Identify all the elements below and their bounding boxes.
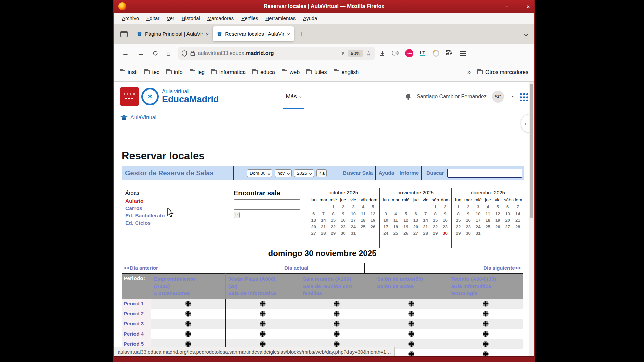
- calendar-day[interactable]: 14: [421, 217, 431, 224]
- booking-slot[interactable]: [448, 319, 523, 329]
- calendar-day[interactable]: 11: [358, 210, 368, 217]
- calendar-day[interactable]: 10: [348, 210, 358, 217]
- booking-slot[interactable]: [374, 309, 449, 319]
- booking-slot[interactable]: [448, 349, 523, 356]
- calendar-day[interactable]: 10: [381, 217, 391, 224]
- menu-editar[interactable]: Editar: [143, 14, 162, 22]
- calendar-day[interactable]: 28: [513, 224, 523, 230]
- booking-slot[interactable]: [448, 299, 523, 309]
- next-day-link[interactable]: Día siguiente>>: [364, 263, 523, 273]
- calendar-day[interactable]: 5: [368, 204, 378, 210]
- calendar-day[interactable]: 16: [440, 217, 450, 224]
- calendar-day[interactable]: 3: [473, 204, 483, 210]
- apps-grid-icon[interactable]: [519, 92, 528, 101]
- calendar-day[interactable]: 22: [328, 224, 338, 230]
- calendar-day[interactable]: 16: [463, 217, 473, 224]
- calendar-day[interactable]: 29: [453, 230, 463, 237]
- calendar-day[interactable]: 18: [391, 224, 401, 230]
- new-booking-plus-icon[interactable]: [259, 310, 266, 317]
- calendar-day[interactable]: 12: [493, 210, 503, 217]
- calendar-day[interactable]: 15: [328, 217, 338, 224]
- calendar-day[interactable]: 3: [381, 210, 391, 217]
- new-booking-plus-icon[interactable]: [482, 330, 489, 337]
- calendar-day[interactable]: 9: [440, 210, 450, 217]
- maximize-button[interactable]: [516, 5, 519, 8]
- search-room-link[interactable]: Buscar Sala: [340, 166, 375, 180]
- room-link[interactable]: Salón de actos(50) Salón de actos: [374, 273, 449, 299]
- menu-herramientas[interactable]: Herramientas: [262, 14, 299, 22]
- calendar-day[interactable]: 23: [338, 224, 348, 230]
- new-booking-plus-icon[interactable]: [482, 351, 489, 356]
- calendar-day[interactable]: 1: [328, 204, 338, 210]
- tab-close-icon[interactable]: ×: [206, 31, 209, 37]
- calendar-day[interactable]: 6: [309, 210, 319, 217]
- calendar-day[interactable]: 9: [463, 210, 473, 217]
- booking-slot[interactable]: [300, 329, 374, 339]
- calendar-day[interactable]: 3: [348, 204, 358, 210]
- calendar-day[interactable]: 27: [503, 224, 513, 230]
- calendar-day[interactable]: 13: [411, 217, 421, 224]
- bookmark-folder-útiles[interactable]: útiles: [306, 69, 327, 75]
- calendar-day[interactable]: 24: [348, 224, 358, 230]
- calendar-day[interactable]: 23: [440, 224, 450, 230]
- booking-slot[interactable]: [448, 339, 523, 349]
- area-item-carros[interactable]: Carros: [125, 205, 227, 212]
- calendar-day[interactable]: 29: [328, 230, 338, 237]
- shield-icon[interactable]: [182, 50, 187, 57]
- booking-slot[interactable]: [300, 309, 374, 319]
- calendar-day[interactable]: 26: [401, 230, 411, 237]
- period-label-link[interactable]: Period 3: [122, 319, 151, 329]
- bookmark-folder-web[interactable]: web: [282, 69, 300, 75]
- menu-ver[interactable]: Ver: [164, 14, 177, 22]
- menu-marcadores[interactable]: Marcadores: [204, 14, 237, 22]
- menu-historial[interactable]: Historial: [179, 14, 203, 22]
- close-button[interactable]: ×: [527, 4, 530, 9]
- current-day-link[interactable]: Día actual: [228, 263, 365, 273]
- room-link[interactable]: Tecinfo (A004)(33) aula informática tecn…: [448, 273, 523, 299]
- calendar-day[interactable]: 28: [319, 230, 329, 237]
- extension-ring-icon[interactable]: [430, 48, 442, 58]
- calendar-day[interactable]: 18: [358, 217, 368, 224]
- new-booking-plus-icon[interactable]: [333, 330, 340, 337]
- calendar-day[interactable]: 14: [319, 217, 329, 224]
- calendar-day[interactable]: 7: [319, 210, 329, 217]
- reader-view-icon[interactable]: [341, 51, 345, 56]
- lock-icon[interactable]: [190, 50, 195, 56]
- new-booking-plus-icon[interactable]: [333, 300, 340, 307]
- period-label-link[interactable]: Period 1: [122, 299, 151, 309]
- drawer-toggle-button[interactable]: ‹: [521, 114, 530, 133]
- tab-pagina-principal[interactable]: Página Principal | AulaVir ×: [132, 26, 213, 41]
- calendar-day[interactable]: 19: [368, 217, 378, 224]
- bookmark-star-icon[interactable]: ☆: [366, 50, 371, 57]
- calendar-day[interactable]: 7: [421, 210, 431, 217]
- calendar-day[interactable]: 26: [368, 224, 378, 230]
- calendar-day[interactable]: 20: [309, 224, 319, 230]
- calendar-day[interactable]: 31: [473, 230, 483, 237]
- report-link[interactable]: Informe: [397, 166, 421, 180]
- bookmark-folder-otros-marcadores[interactable]: Otros marcadores: [477, 69, 528, 75]
- home-button[interactable]: ⌂: [163, 49, 174, 57]
- new-booking-plus-icon[interactable]: [185, 330, 192, 337]
- calendar-day[interactable]: 30: [440, 230, 450, 237]
- new-booking-plus-icon[interactable]: [259, 330, 266, 337]
- area-item-aulario[interactable]: Aulario: [125, 197, 227, 205]
- calendar-day[interactable]: 5: [401, 210, 411, 217]
- bookmark-folder-info[interactable]: info: [166, 69, 183, 75]
- new-booking-plus-icon[interactable]: [185, 310, 192, 317]
- month-select[interactable]: nov: [275, 169, 292, 177]
- calendar-day[interactable]: 1: [430, 204, 440, 210]
- calendar-day[interactable]: 25: [358, 224, 368, 230]
- room-link[interactable]: Emprendimiento (A002) 5 ordenadores: [151, 273, 226, 299]
- period-label-link[interactable]: Period 2: [122, 309, 151, 319]
- bookmark-folder-educa[interactable]: educa: [252, 69, 275, 75]
- calendar-day[interactable]: 27: [411, 230, 421, 237]
- new-booking-plus-icon[interactable]: [185, 341, 192, 347]
- languagetool-icon[interactable]: LT: [417, 48, 428, 58]
- new-booking-plus-icon[interactable]: [259, 341, 266, 347]
- firefox-view-icon[interactable]: [120, 29, 128, 38]
- calendar-day[interactable]: 7: [513, 204, 523, 210]
- bookmarks-overflow-icon[interactable]: »: [467, 69, 471, 76]
- day-select[interactable]: Dom 30: [247, 169, 272, 177]
- reload-button[interactable]: [149, 50, 161, 56]
- hamburger-menu-icon[interactable]: [457, 48, 469, 58]
